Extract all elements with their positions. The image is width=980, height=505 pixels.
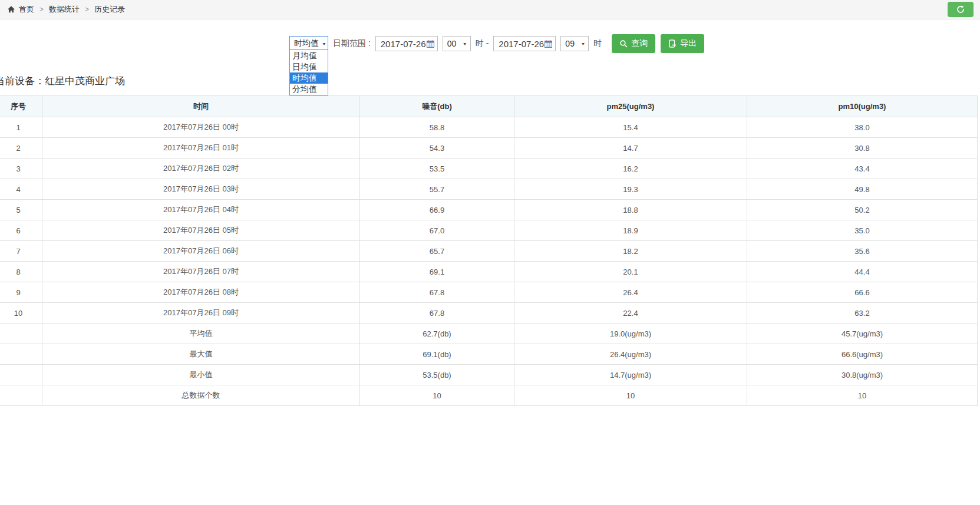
refresh-button[interactable] (948, 2, 974, 17)
table-cell: 2017年07月26日 04时 (42, 200, 360, 220)
table-cell: 58.8 (360, 117, 514, 138)
interval-option[interactable]: 日均值 (290, 61, 328, 72)
calendar-icon[interactable] (545, 40, 552, 48)
table-cell: 10 (514, 385, 747, 406)
chevron-down-icon: ▼ (463, 41, 467, 46)
table-cell: 19.3 (514, 179, 747, 200)
table-cell: 63.2 (747, 303, 978, 324)
start-hour-select[interactable]: 00 ▼ (443, 36, 471, 51)
table-cell: 16.2 (514, 159, 747, 179)
table-cell: 69.1 (360, 262, 514, 282)
history-table: 序号时间噪音(db)pm25(ug/m3)pm10(ug/m3) 12017年0… (0, 95, 978, 406)
table-row: 72017年07月26日 06时65.718.235.6 (0, 241, 978, 262)
table-cell: 53.5(db) (360, 365, 514, 385)
table-row: 42017年07月26日 03时55.719.349.8 (0, 179, 978, 200)
table-cell: 49.8 (747, 179, 978, 200)
end-hour-value: 09 (565, 39, 575, 48)
search-button-label: 查询 (631, 38, 648, 49)
start-hour-label: 时 - (476, 38, 489, 49)
table-cell: 19.0(ug/m3) (514, 324, 747, 344)
table-cell: 65.7 (360, 241, 514, 262)
table-cell: 66.9 (360, 200, 514, 220)
interval-select-value: 时均值 (294, 38, 319, 49)
table-cell: 2 (0, 138, 42, 159)
table-cell: 2017年07月26日 05时 (42, 220, 360, 241)
table-cell: 最大值 (42, 344, 360, 365)
column-header: 序号 (0, 96, 42, 117)
table-cell: 55.7 (360, 179, 514, 200)
table-cell: 4 (0, 179, 42, 200)
breadcrumb-bar: 首页 > 数据统计 > 历史记录 (0, 0, 980, 19)
export-button[interactable]: 导出 (661, 34, 704, 53)
table-cell: 18.2 (514, 241, 747, 262)
table-cell: 45.7(ug/m3) (747, 324, 978, 344)
end-hour-select[interactable]: 09 ▼ (560, 36, 589, 51)
interval-option[interactable]: 月均值 (290, 50, 328, 61)
chevron-down-icon: ▼ (322, 41, 326, 46)
end-date-value: 2017-07-26 (499, 39, 544, 49)
table-row: 92017年07月26日 08时67.826.466.6 (0, 282, 978, 303)
breadcrumb-home[interactable]: 首页 (19, 4, 34, 15)
table-cell: 35.0 (747, 220, 978, 241)
table-cell: 67.8 (360, 303, 514, 324)
table-cell: 总数据个数 (42, 385, 360, 406)
breadcrumb-history-records[interactable]: 历史记录 (94, 4, 125, 15)
table-cell: 30.8(ug/m3) (747, 365, 978, 385)
summary-row: 总数据个数101010 (0, 385, 978, 406)
export-icon (668, 39, 677, 48)
table-cell: 1 (0, 117, 42, 138)
table-cell (0, 344, 42, 365)
table-cell: 50.2 (747, 200, 978, 220)
table-row: 102017年07月26日 09时67.822.463.2 (0, 303, 978, 324)
table-cell: 22.4 (514, 303, 747, 324)
search-button[interactable]: 查询 (612, 34, 655, 53)
summary-row: 最大值69.1(db)26.4(ug/m3)66.6(ug/m3) (0, 344, 978, 365)
interval-option[interactable]: 时均值 (290, 72, 328, 84)
table-row: 32017年07月26日 02时53.516.243.4 (0, 159, 978, 179)
table-cell: 2017年07月26日 01时 (42, 138, 360, 159)
table-cell: 53.5 (360, 159, 514, 179)
table-cell: 54.3 (360, 138, 514, 159)
table-cell: 2017年07月26日 07时 (42, 262, 360, 282)
interval-option[interactable]: 分均值 (290, 84, 328, 95)
column-header: pm10(ug/m3) (747, 96, 978, 117)
table-cell: 15.4 (514, 117, 747, 138)
table-cell: 10 (747, 385, 978, 406)
calendar-icon[interactable] (427, 40, 434, 48)
current-device-label: 当前设备：红星中茂商业广场 (0, 74, 125, 88)
table-cell: 3 (0, 159, 42, 179)
summary-row: 最小值53.5(db)14.7(ug/m3)30.8(ug/m3) (0, 365, 978, 385)
table-cell: 平均值 (42, 324, 360, 344)
table-cell: 10 (0, 303, 42, 324)
summary-row: 平均值62.7(db)19.0(ug/m3)45.7(ug/m3) (0, 324, 978, 344)
end-date-input[interactable]: 2017-07-26 (493, 36, 556, 51)
end-hour-label: 时 (593, 38, 602, 49)
breadcrumb-separator: > (85, 5, 89, 14)
table-cell: 18.8 (514, 200, 747, 220)
breadcrumb-data-statistics[interactable]: 数据统计 (49, 4, 80, 15)
table-header-row: 序号时间噪音(db)pm25(ug/m3)pm10(ug/m3) (0, 96, 978, 117)
table-cell: 14.7(ug/m3) (514, 365, 747, 385)
table-cell: 2017年07月26日 08时 (42, 282, 360, 303)
start-hour-value: 00 (447, 39, 457, 48)
table-cell: 2017年07月26日 09时 (42, 303, 360, 324)
column-header: 噪音(db) (360, 96, 514, 117)
table-cell: 62.7(db) (360, 324, 514, 344)
history-table-wrap: 序号时间噪音(db)pm25(ug/m3)pm10(ug/m3) 12017年0… (0, 95, 978, 406)
table-cell: 26.4 (514, 282, 747, 303)
table-cell: 67.8 (360, 282, 514, 303)
table-cell: 43.4 (747, 159, 978, 179)
start-date-input[interactable]: 2017-07-26 (375, 36, 438, 51)
interval-dropdown: 月均值日均值时均值分均值 (289, 49, 328, 95)
table-cell (0, 385, 42, 406)
table-cell: 35.6 (747, 241, 978, 262)
table-cell: 18.9 (514, 220, 747, 241)
table-cell: 最小值 (42, 365, 360, 385)
filter-bar: 时均值 ▼ 日期范围 : 2017-07-26 00 ▼ 时 - 2017-07… (289, 34, 704, 53)
table-row: 52017年07月26日 04时66.918.850.2 (0, 200, 978, 220)
table-cell: 66.6 (747, 282, 978, 303)
breadcrumb-separator: > (39, 5, 44, 14)
chevron-down-icon: ▼ (580, 41, 585, 46)
table-cell: 6 (0, 220, 42, 241)
table-cell: 38.0 (747, 117, 978, 138)
